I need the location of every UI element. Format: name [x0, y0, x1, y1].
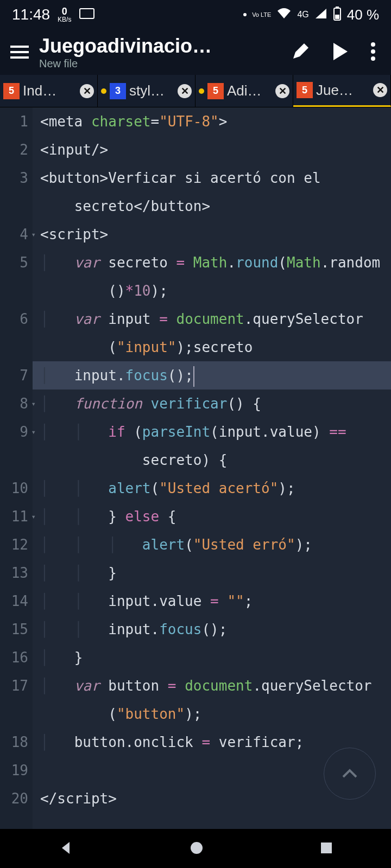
line-number: 8 [0, 390, 28, 418]
code-line[interactable]: │ } [33, 643, 391, 672]
svg-point-7 [191, 842, 203, 854]
line-number: 2 [0, 136, 28, 164]
code-line[interactable]: │ function verificar() { [33, 390, 391, 418]
file-title: Juegoadivinacio… [39, 35, 291, 58]
svg-point-4 [371, 42, 375, 47]
tab-label: Adi… [227, 82, 272, 99]
tab-label: Ind… [23, 82, 77, 99]
nav-recent-icon[interactable] [319, 841, 333, 857]
close-icon[interactable]: ✕ [178, 84, 192, 98]
status-bar: 11:48 0 KB/s Vo LTE 4G 40 % [0, 0, 391, 29]
line-number: 4 [0, 220, 28, 248]
modified-dot-icon [101, 88, 106, 94]
svg-rect-3 [335, 15, 339, 19]
code-line[interactable]: │ var button = document.querySelector ("… [33, 672, 391, 728]
line-number: 1 [0, 107, 28, 136]
tab-Jue[interactable]: 5Jue…✕ [293, 75, 391, 107]
code-line[interactable]: │ var secreto = Math.round(Math.random (… [33, 248, 391, 305]
tab-Ind[interactable]: 5Ind…✕ [0, 75, 98, 107]
line-number: 14 [0, 587, 28, 615]
code-line[interactable]: <meta charset="UTF-8"> [33, 107, 391, 136]
clock: 11:48 [12, 6, 50, 23]
line-number: 16 [0, 643, 28, 672]
tab-styl[interactable]: 3styl…✕ [98, 75, 195, 107]
status-right: Vo LTE 4G 40 % [243, 7, 379, 23]
close-icon[interactable]: ✕ [80, 84, 94, 98]
menu-button[interactable] [4, 46, 35, 59]
code-line[interactable]: │ │ } [33, 559, 391, 587]
edit-icon[interactable] [291, 42, 310, 62]
run-icon[interactable] [331, 42, 349, 63]
line-number: 3 [0, 164, 28, 220]
code-line[interactable]: <script> [33, 220, 391, 248]
tab-strip: 5Ind…✕3styl…✕5Adi…✕5Jue…✕ [0, 75, 391, 107]
code-line[interactable]: │ │ alert("Usted acertó"); [33, 474, 391, 502]
signal-icon [314, 8, 327, 22]
code-line[interactable]: │ │ } else { [33, 502, 391, 531]
volte-icon: Vo LTE [252, 12, 271, 18]
html-badge-icon: 5 [207, 83, 224, 99]
battery-percent: 40 % [347, 7, 379, 23]
line-number: 6 [0, 305, 28, 361]
code-line[interactable]: │ │ input.focus(); [33, 615, 391, 643]
line-number: 10 [0, 474, 28, 502]
data-speed: 0 KB/s [58, 7, 71, 23]
svg-rect-8 [321, 843, 332, 853]
tab-label: Jue… [316, 82, 370, 99]
more-icon[interactable] [370, 42, 376, 63]
close-icon[interactable]: ✕ [275, 84, 289, 98]
line-number: 18 [0, 728, 28, 756]
line-number: 7 [0, 361, 28, 390]
battery-icon [333, 7, 342, 23]
code-line[interactable]: <input/> [33, 136, 391, 164]
status-left: 11:48 0 KB/s [12, 6, 95, 23]
line-number: 17 [0, 672, 28, 728]
css-badge-icon: 3 [110, 83, 126, 99]
svg-rect-2 [336, 7, 339, 8]
code-line[interactable]: │ var input = document.querySelector ("i… [33, 305, 391, 361]
app-toolbar: Juegoadivinacio… New file [0, 29, 391, 75]
code-line[interactable]: │ │ if (parseInt(input.value) == secreto… [33, 418, 391, 474]
line-number: 20 [0, 784, 28, 813]
cast-icon [79, 8, 95, 22]
tab-Adi[interactable]: 5Adi…✕ [195, 75, 293, 107]
code-line[interactable]: │ │ input.value = ""; [33, 587, 391, 615]
code-line[interactable]: <button>Verficar si acertó con el secret… [33, 164, 391, 220]
svg-rect-0 [80, 9, 94, 18]
line-number: 11 [0, 502, 28, 531]
close-icon[interactable]: ✕ [373, 83, 387, 97]
scroll-top-button[interactable] [324, 748, 376, 800]
line-number: 9 [0, 418, 28, 474]
html-badge-icon: 5 [297, 82, 313, 98]
line-number: 19 [0, 756, 28, 784]
file-subtitle: New file [39, 58, 291, 70]
modified-dot-icon [199, 88, 204, 94]
wifi-icon [276, 8, 292, 22]
line-number: 12 [0, 531, 28, 559]
dot-icon [243, 13, 247, 16]
title-block[interactable]: Juegoadivinacio… New file [39, 35, 291, 70]
code-line[interactable]: │ │ │ alert("Usted erró"); [33, 531, 391, 559]
line-gutter: 1234567891011121314151617181920 [0, 107, 33, 829]
code-line[interactable]: │ input.focus(); [33, 361, 391, 390]
svg-point-5 [371, 49, 375, 54]
html-badge-icon: 5 [3, 83, 20, 99]
nav-back-icon[interactable] [58, 840, 74, 858]
code-area[interactable]: <meta charset="UTF-8"><input/><button>Ve… [33, 107, 391, 829]
tab-label: styl… [129, 82, 174, 99]
nav-home-icon[interactable] [190, 841, 204, 857]
android-navbar [0, 829, 391, 868]
svg-point-6 [371, 56, 375, 61]
line-number: 5 [0, 248, 28, 305]
line-number: 13 [0, 559, 28, 587]
code-editor[interactable]: 1234567891011121314151617181920 <meta ch… [0, 107, 391, 829]
line-number: 15 [0, 615, 28, 643]
network-label: 4G [297, 10, 308, 20]
